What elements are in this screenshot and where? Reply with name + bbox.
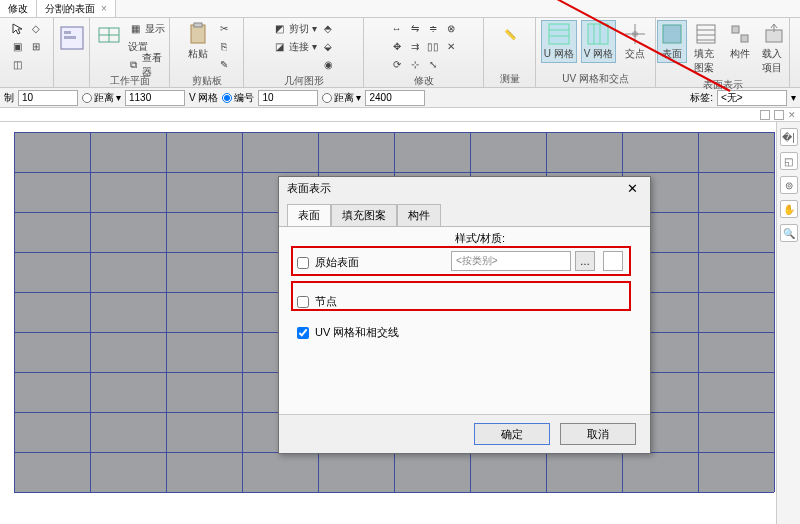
original-surface-label: 原始表面 [315, 255, 359, 270]
number-input-2[interactable] [258, 90, 318, 106]
uv-lines-checkbox[interactable] [297, 327, 309, 339]
mod-1[interactable]: ↔ [390, 20, 404, 37]
tab-component[interactable]: 构件 [397, 204, 441, 226]
nodes-label: 节点 [315, 294, 337, 309]
mod-4[interactable]: ⇋ [408, 20, 422, 37]
meta-btn-2[interactable] [774, 110, 784, 120]
tool-a[interactable]: ◇ [29, 20, 43, 37]
distance1-radio[interactable]: 距离▾ [82, 91, 121, 105]
v-grid-button[interactable]: V 网格 [581, 20, 616, 63]
nav-zoom[interactable]: 🔍 [780, 224, 798, 242]
cut-clip[interactable]: ✂ [217, 20, 231, 37]
mod-2[interactable]: ✥ [390, 38, 404, 55]
distance2-radio-input[interactable] [322, 93, 332, 103]
distance2-radio[interactable]: 距离▾ [322, 91, 361, 105]
select-tool[interactable] [11, 20, 25, 37]
paste-button[interactable]: 粘贴 [183, 20, 213, 63]
tool-b[interactable]: ⊞ [29, 38, 43, 55]
nav-cube[interactable]: ◱ [780, 152, 798, 170]
copy-clip[interactable]: ⎘ [217, 38, 231, 55]
svg-rect-17 [663, 25, 681, 43]
intersect-button[interactable]: 交点 [620, 20, 650, 63]
close-icon[interactable]: × [101, 3, 107, 14]
numbered-radio-input[interactable] [222, 93, 232, 103]
rotate-icon: ⟳ [390, 58, 404, 72]
join-label: 连接 [289, 40, 309, 54]
dialog-title-bar[interactable]: 表面表示 ✕ [279, 177, 650, 200]
mod-6[interactable]: ⊹ [408, 56, 422, 73]
panel-properties [54, 18, 90, 87]
component-icon [728, 22, 752, 46]
cancel-button[interactable]: 取消 [560, 423, 636, 445]
nav-wheel[interactable]: ⊚ [780, 176, 798, 194]
work-plane-button[interactable] [94, 20, 124, 49]
surface-fill-button[interactable]: 填充图案 [691, 20, 721, 77]
distance1-radio-input[interactable] [82, 93, 92, 103]
material-browse-button[interactable]: … [575, 251, 595, 271]
tab-fill-label: 填充图案 [342, 209, 386, 221]
svg-rect-1 [64, 31, 71, 34]
grid-icon [97, 22, 121, 46]
numbered-radio[interactable]: 编号 [222, 91, 254, 105]
original-surface-checkbox[interactable] [297, 257, 309, 269]
tab-fill[interactable]: 填充图案 [331, 204, 397, 226]
pick-tool[interactable]: ◫ [11, 56, 25, 73]
panel-clip-label: 剪贴板 [174, 73, 239, 89]
load-icon [762, 22, 786, 46]
tab-modify[interactable]: 修改 [0, 0, 37, 17]
mod-7[interactable]: ≑ [426, 20, 440, 37]
u-grid-label: U 网格 [544, 47, 574, 61]
mod-8[interactable]: ▯▯ [426, 38, 440, 55]
measure-button[interactable]: 📏 [495, 20, 525, 49]
panel-clipboard: 粘贴 ✂ ⎘ ✎ 剪贴板 [170, 18, 244, 87]
filter-tool[interactable]: ▣ [11, 38, 25, 55]
close-icon[interactable]: ✕ [788, 110, 796, 120]
brush-icon: ✎ [217, 58, 231, 72]
tab-surface[interactable]: 表面 [287, 204, 331, 226]
properties-button[interactable] [53, 20, 91, 57]
tab-split-surface[interactable]: 分割的表面 × [37, 0, 116, 17]
distance1-input[interactable] [125, 90, 185, 106]
face-label: 表面 [662, 47, 682, 61]
nav-home[interactable]: �| [780, 128, 798, 146]
show-button[interactable]: ▦显示 [128, 20, 165, 37]
panel-surf-label: 表面表示 [660, 77, 785, 93]
surface-comp-button[interactable]: 构件 [725, 20, 755, 63]
meta-btn-1[interactable] [760, 110, 770, 120]
u-grid-button[interactable]: U 网格 [541, 20, 577, 63]
panel-props-label [58, 74, 85, 87]
close-icon[interactable]: ✕ [623, 181, 642, 196]
mod-5[interactable]: ⇉ [408, 38, 422, 55]
cut-button[interactable]: ◩剪切▾ [272, 20, 317, 37]
geo-c[interactable]: ◉ [321, 56, 335, 73]
view-meta: ✕ [0, 108, 800, 122]
mod-10[interactable]: ⊗ [444, 20, 458, 37]
mod-11[interactable]: ✕ [444, 38, 458, 55]
ok-button[interactable]: 确定 [474, 423, 550, 445]
panel-measure: 📏 测量 [484, 18, 536, 87]
distance2-input[interactable] [365, 90, 425, 106]
cancel-label: 取消 [587, 428, 609, 440]
delete-icon: ✕ [444, 40, 458, 54]
u-grid-icon [547, 22, 571, 46]
fill-label: 填充图案 [694, 47, 718, 75]
surface-load-button[interactable]: 载入项目 [759, 20, 789, 77]
panel-modify: ↔✥⟳ ⇋⇉⊹ ≑▯▯⤡ ⊗✕ 修改 [364, 18, 484, 87]
surface-face-button[interactable]: 表面 [657, 20, 687, 63]
mod-3[interactable]: ⟳ [390, 56, 404, 73]
nodes-checkbox[interactable] [297, 296, 309, 308]
join-button[interactable]: ◪连接▾ [272, 38, 317, 55]
mod-9[interactable]: ⤡ [426, 56, 440, 73]
viewer-button[interactable]: ⧉查看器 [128, 56, 165, 73]
svg-rect-7 [194, 23, 202, 27]
material-input[interactable] [451, 251, 571, 271]
dialog-tabs: 表面 填充图案 构件 [279, 200, 650, 227]
svg-rect-11 [588, 24, 608, 44]
match-clip[interactable]: ✎ [217, 56, 231, 73]
geo-a[interactable]: ⬘ [321, 20, 335, 37]
material-swatch[interactable] [603, 251, 623, 271]
nav-pan[interactable]: ✋ [780, 200, 798, 218]
chevron-down-icon: ▾ [116, 92, 121, 103]
geo-b[interactable]: ⬙ [321, 38, 335, 55]
number-input-1[interactable] [18, 90, 78, 106]
